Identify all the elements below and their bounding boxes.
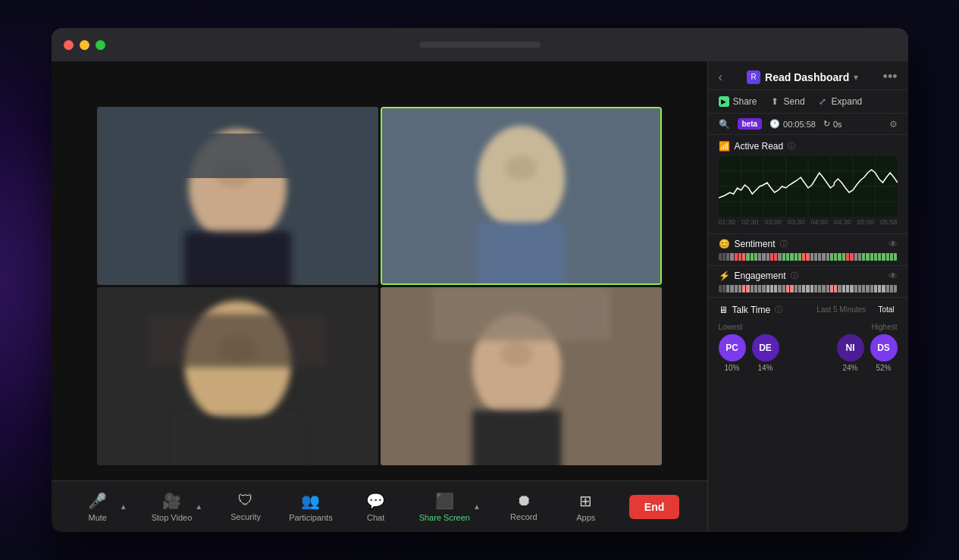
record-button[interactable]: ⏺ Record	[505, 492, 543, 521]
panel-more-button[interactable]: •••	[883, 69, 898, 85]
engagement-eye-icon[interactable]: 👁	[888, 271, 898, 281]
timer-value: 00:05:58	[783, 120, 816, 129]
title-bar	[52, 28, 908, 61]
active-read-section: 📶 Active Read ⓘ	[708, 135, 908, 234]
engagement-segment	[742, 285, 745, 293]
svg-rect-11	[175, 416, 300, 465]
share-screen-button[interactable]: ⬛ Share Screen	[419, 492, 470, 522]
settings-icon[interactable]: ⚙	[889, 119, 898, 130]
sentiment-segment	[754, 253, 757, 261]
engagement-segment	[882, 285, 885, 293]
engagement-segment	[754, 285, 757, 293]
sentiment-segment	[782, 253, 785, 261]
panel-back-button[interactable]: ‹	[719, 70, 722, 84]
sentiment-segment	[846, 253, 849, 261]
engagement-segment	[838, 285, 841, 293]
video-cell-3[interactable]	[97, 287, 378, 465]
toolbar: 🎤 Mute ▲ 🎥 Stop Video ▲ 🛡 Security	[52, 480, 707, 532]
sentiment-segment	[822, 253, 825, 261]
sentiment-segment	[882, 253, 885, 261]
engagement-segment	[806, 285, 809, 293]
status-search-icon: 🔍	[719, 119, 730, 130]
sentiment-segment	[719, 253, 722, 261]
tab-total[interactable]: Total	[875, 304, 897, 315]
expand-button[interactable]: ⤢ Expand	[817, 96, 863, 107]
mute-label: Mute	[88, 513, 106, 522]
chat-button[interactable]: 💬 Chat	[357, 492, 395, 522]
participant-video-3	[97, 287, 378, 465]
sentiment-segment	[730, 253, 733, 261]
mute-button[interactable]: 🎤 Mute	[79, 492, 117, 522]
share-chevron[interactable]: ▲	[473, 502, 481, 511]
engagement-segment	[751, 285, 754, 293]
sentiment-segment	[850, 253, 853, 261]
engagement-bar	[719, 285, 898, 293]
video-label: Stop Video	[152, 513, 193, 522]
highest-label: Highest	[872, 323, 898, 331]
sentiment-segment	[735, 253, 738, 261]
video-cell-1[interactable]	[97, 107, 378, 285]
sentiment-segment	[726, 253, 729, 261]
highest-avatars: NI 24% DS 52%	[837, 334, 898, 372]
sentiment-segment	[722, 253, 726, 261]
avatar-pc-pct: 10%	[724, 364, 739, 372]
avatar-de-pct: 14%	[757, 364, 773, 372]
engagement-segment	[834, 285, 837, 293]
send-button[interactable]: ⬆ Send	[769, 96, 805, 107]
address-bar[interactable]	[419, 42, 541, 48]
engagement-segment	[786, 285, 789, 293]
maximize-button[interactable]	[96, 40, 105, 50]
minimize-button[interactable]	[80, 40, 89, 50]
sentiment-segment	[858, 253, 861, 261]
panel-status-bar: 🔍 beta 🕐 00:05:58 ↻ 0s ⚙	[708, 114, 908, 135]
svg-rect-2	[184, 232, 291, 286]
participant-video-4	[381, 287, 662, 465]
engagement-segment	[878, 285, 881, 293]
sentiment-eye-icon[interactable]: 👁	[888, 239, 898, 249]
avatar-ni: NI 24%	[837, 334, 864, 372]
chart-label-4: 04:00	[810, 218, 828, 226]
highest-group: Highest NI 24% DS 52%	[837, 323, 898, 372]
chart-label-6: 05:00	[857, 218, 874, 226]
stop-video-button[interactable]: 🎥 Stop Video	[152, 492, 193, 522]
chart-label-2: 03:00	[764, 218, 782, 226]
end-button[interactable]: End	[629, 495, 679, 519]
panel-app-icon: R	[747, 70, 760, 84]
sentiment-segment	[766, 253, 769, 261]
engagement-segment	[762, 285, 765, 293]
share-button[interactable]: ▶ Share	[719, 96, 757, 107]
sentiment-segment	[890, 253, 893, 261]
video-chevron[interactable]: ▲	[195, 502, 202, 511]
video-cell-4[interactable]	[381, 287, 662, 465]
security-button[interactable]: 🛡 Security	[227, 492, 265, 521]
engagement-header: ⚡ Engagement ⓘ 👁	[719, 271, 898, 281]
engagement-segment	[886, 285, 889, 293]
chart-label-3: 03:30	[788, 218, 805, 226]
apps-button[interactable]: ⊞ Apps	[567, 492, 605, 522]
svg-rect-13	[149, 314, 327, 368]
chart-label-1: 02:30	[741, 218, 759, 226]
sentiment-label: Sentiment	[735, 239, 776, 249]
sentiment-title: 😊 Sentiment ⓘ	[719, 239, 788, 249]
sentiment-segment	[854, 253, 857, 261]
video-cell-2[interactable]	[381, 107, 662, 285]
tab-last-5min[interactable]: Last 5 Minutes	[813, 304, 869, 315]
active-read-title: 📶 Active Read ⓘ	[719, 141, 898, 152]
engagement-segment	[854, 285, 857, 293]
sentiment-segment	[794, 253, 798, 261]
panel-actions: ▶ Share ⬆ Send ⤢ Expand	[708, 90, 908, 114]
participants-button[interactable]: 👥 Participants	[289, 492, 332, 522]
sentiment-segment	[798, 253, 801, 261]
avatar-pc-circle: PC	[719, 334, 746, 361]
sentiment-segment	[870, 253, 873, 261]
talk-time-icon: 🖥	[719, 305, 728, 315]
sentiment-segment	[826, 253, 829, 261]
svg-rect-4	[166, 133, 309, 178]
panel-chevron-icon: ▾	[854, 72, 858, 83]
participants-label: Participants	[289, 513, 332, 522]
close-button[interactable]	[64, 40, 74, 50]
sentiment-segment	[894, 253, 897, 261]
sentiment-segment	[842, 253, 845, 261]
mute-chevron[interactable]: ▲	[120, 502, 127, 511]
talk-time-title: 🖥 Talk Time ⓘ	[719, 305, 783, 315]
